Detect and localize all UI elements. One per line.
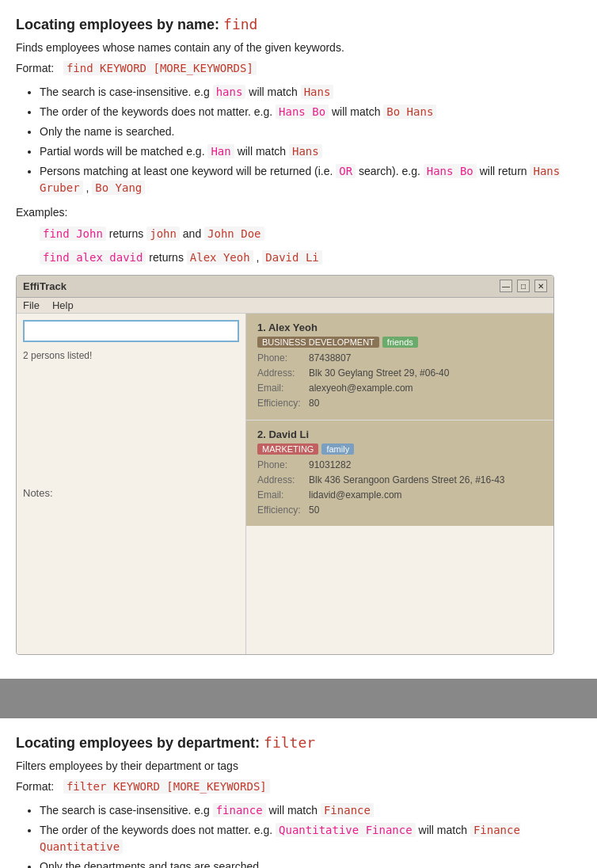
person-2-name: 2. David Li	[257, 428, 542, 440]
bullet-3: Only the name is searched.	[40, 124, 581, 140]
section-find-title: Locating employees by name: find	[16, 16, 581, 33]
person-card-2: 2. David Li MARKETING family Phone:91031…	[246, 421, 553, 527]
example-1: find John returns john and John Doe	[40, 225, 581, 242]
tag-marketing: MARKETING	[257, 444, 318, 455]
person-1-name: 1. Alex Yeoh	[257, 322, 542, 333]
person-card-1: 1. Alex Yeoh BUSINESS DEVELOPMENT friend…	[246, 314, 553, 421]
filter-format-code: filter KEYWORD [MORE_KEYWORDS]	[63, 779, 270, 794]
app-body: 2 persons listed! Notes: 1. Alex Yeoh BU…	[17, 314, 553, 654]
format-label: Format:	[16, 62, 54, 74]
app-content: 1. Alex Yeoh BUSINESS DEVELOPMENT friend…	[246, 314, 553, 654]
filter-cmd-label: filter	[264, 734, 315, 751]
app-title: EffiTrack	[23, 280, 67, 292]
person-1-tags: BUSINESS DEVELOPMENT friends	[257, 337, 542, 348]
example-2: find alex david returns Alex Yeoh , Davi…	[40, 249, 581, 266]
person-2-tags: MARKETING family	[257, 444, 542, 455]
section-filter-description: Filters employees by their department or…	[16, 760, 581, 772]
section-filter-title: Locating employees by department: filter	[16, 734, 581, 752]
find-bullets: The search is case-insensitive. e.g hans…	[16, 84, 581, 196]
tag-family: family	[321, 444, 354, 455]
filter-format-label: Format:	[16, 780, 54, 793]
bullet-5: Persons matching at least one keyword wi…	[40, 163, 581, 196]
app-titlebar: EffiTrack — □ ✕	[17, 276, 553, 298]
filter-bullets: The search is case-insensitive. e.g fina…	[16, 802, 581, 868]
app-window: EffiTrack — □ ✕ File Help 2 persons list…	[16, 275, 554, 655]
filter-bullet-3: Only the departments and tags are search…	[40, 858, 581, 868]
section-find-description: Finds employees whose names contain any …	[16, 41, 581, 54]
format-line: Format: find KEYWORD [MORE_KEYWORDS]	[16, 62, 581, 74]
menu-file[interactable]: File	[23, 299, 40, 311]
menu-help[interactable]: Help	[52, 299, 74, 311]
section-filter: Locating employees by department: filter…	[0, 718, 597, 868]
bullet-2: The order of the keywords does not matte…	[40, 104, 581, 120]
search-input[interactable]	[23, 320, 239, 342]
app-sidebar: 2 persons listed! Notes:	[17, 314, 246, 654]
find-cmd-label: find	[223, 16, 257, 32]
app-menubar: File Help	[17, 298, 553, 314]
format-code: find KEYWORD [MORE_KEYWORDS]	[63, 61, 257, 75]
tag-friends: friends	[382, 337, 418, 348]
bullet-1: The search is case-insensitive. e.g hans…	[40, 84, 581, 101]
bullet-4: Partial words will be matched e.g. Han w…	[40, 143, 581, 160]
filter-format-line: Format: filter KEYWORD [MORE_KEYWORDS]	[16, 780, 581, 793]
person-1-details: Phone:87438807 Address:Blk 30 Geylang St…	[257, 351, 542, 412]
maximize-button[interactable]: □	[517, 280, 530, 292]
tag-business-development: BUSINESS DEVELOPMENT	[257, 337, 379, 348]
person-2-details: Phone:91031282 Address:Blk 436 Serangoon…	[257, 458, 542, 519]
minimize-button[interactable]: —	[500, 280, 512, 292]
filter-bullet-2: The order of the keywords does not matte…	[40, 822, 581, 855]
section-divider	[0, 679, 597, 718]
close-button[interactable]: ✕	[534, 280, 547, 292]
examples-label: Examples:	[16, 206, 581, 219]
notes-label: Notes:	[23, 479, 239, 499]
person-count: 2 persons listed!	[23, 348, 239, 363]
titlebar-controls: — □ ✕	[500, 280, 547, 292]
filter-bullet-1: The search is case-insensitive. e.g fina…	[40, 802, 581, 819]
section-find: Locating employees by name: find Finds e…	[0, 0, 597, 679]
